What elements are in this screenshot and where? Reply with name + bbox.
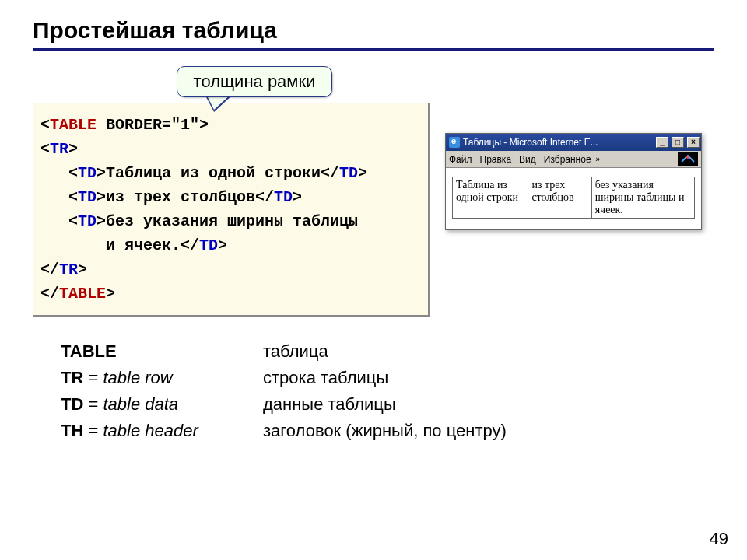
title-divider xyxy=(33,48,714,51)
def-term: TD = table data xyxy=(61,391,263,418)
browser-menubar: Файл Правка Вид Избранное » xyxy=(446,151,701,168)
browser-titlebar: Таблицы - Microsoft Internet E... _ □ × xyxy=(446,134,701,151)
def-row: TABLE таблица xyxy=(61,338,714,365)
definitions: TABLE таблица TR = table row строка табл… xyxy=(61,338,714,444)
def-desc: таблица xyxy=(263,338,328,365)
slide-title: Простейшая таблица xyxy=(33,17,714,44)
def-row: TR = table row строка таблицы xyxy=(61,365,714,391)
menu-view[interactable]: Вид xyxy=(519,154,536,165)
def-term: TH = table header xyxy=(61,418,263,444)
def-row: TD = table data данные таблицы xyxy=(61,391,714,418)
window-close-button[interactable]: × xyxy=(687,137,700,148)
table-cell: Таблица из одной строки xyxy=(453,177,528,219)
def-desc: строка таблицы xyxy=(263,365,388,391)
callout-text: толщина рамки xyxy=(177,66,332,97)
menu-overflow-icon[interactable]: » xyxy=(596,155,601,163)
window-maximize-button[interactable]: □ xyxy=(672,137,684,148)
rendered-table: Таблица из одной строки из трех столбцов… xyxy=(452,177,695,219)
menu-edit[interactable]: Правка xyxy=(480,154,512,165)
def-term: TABLE xyxy=(61,338,263,365)
table-cell: из трех столбцов xyxy=(528,177,591,219)
def-row: TH = table header заголовок (жирный, по … xyxy=(61,418,714,444)
menu-file[interactable]: Файл xyxy=(449,154,472,165)
def-term: TR = table row xyxy=(61,365,263,391)
browser-title: Таблицы - Microsoft Internet E... xyxy=(463,137,653,148)
def-desc: данные таблицы xyxy=(263,391,396,418)
table-cell: без указания ширины таблицы и ячеек. xyxy=(591,177,694,219)
window-minimize-button[interactable]: _ xyxy=(656,137,668,148)
def-desc: заголовок (жирный, по центру) xyxy=(263,418,507,444)
browser-window: Таблицы - Microsoft Internet E... _ □ × … xyxy=(445,133,702,230)
table-row: Таблица из одной строки из трех столбцов… xyxy=(453,177,695,219)
svg-point-0 xyxy=(686,156,689,159)
browser-body: Таблица из одной строки из трех столбцов… xyxy=(446,168,701,229)
page-number: 49 xyxy=(710,529,728,549)
callout: толщина рамки xyxy=(177,66,332,97)
ie-icon xyxy=(449,137,460,148)
menu-favorites[interactable]: Избранное xyxy=(544,154,591,165)
code-block: <TABLE BORDER="1"> <TR> <TD>Таблица из о… xyxy=(33,103,430,317)
throbber-icon xyxy=(678,152,698,166)
